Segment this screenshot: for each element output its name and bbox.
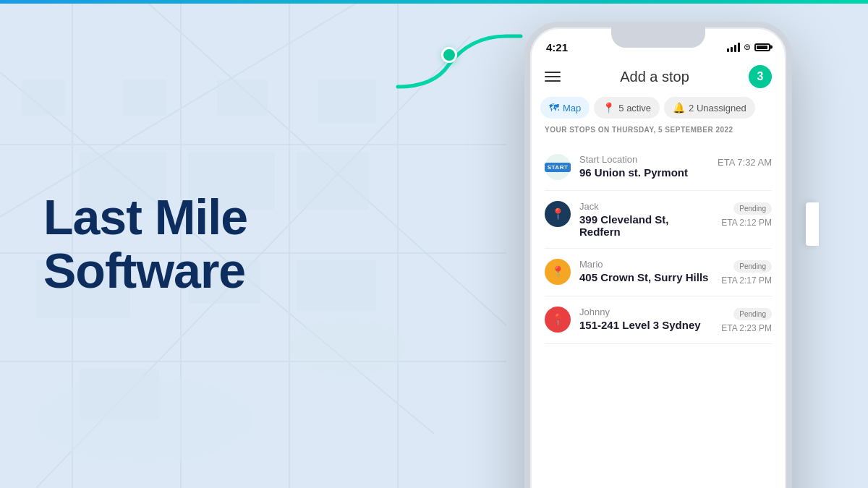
stop-item-mario[interactable]: 📍 Mario 405 Crown St, Surry Hills Pendin… xyxy=(545,249,772,296)
tab-unassigned[interactable]: 🔔 2 Unassigned xyxy=(664,97,755,119)
stop-info-start: Start Location 96 Union st. Pyrmont xyxy=(579,154,709,179)
hero-line2: Software xyxy=(43,244,245,299)
tab-bar: 🗺 Map 📍 5 active 🔔 2 Unassigned xyxy=(530,97,786,119)
stop-item-start[interactable]: START Start Location 96 Union st. Pyrmon… xyxy=(545,144,772,191)
tab-map[interactable]: 🗺 Map xyxy=(540,97,590,119)
app-header: Add a stop 3 xyxy=(530,59,786,97)
svg-point-23 xyxy=(289,318,405,376)
signal-icon xyxy=(727,43,740,52)
stop-info-johnny: Johnny 151-241 Level 3 Sydney xyxy=(579,307,712,331)
stop-right-johnny: Pending ETA 2:23 PM xyxy=(721,307,772,333)
start-badge: START xyxy=(545,163,571,172)
stop-address-johnny: 151-241 Level 3 Sydney xyxy=(579,319,712,331)
svg-rect-19 xyxy=(123,80,166,116)
stop-item-johnny[interactable]: 📍 Johnny 151-241 Level 3 Sydney Pending … xyxy=(545,296,772,344)
stop-right-start: ETA 7:32 AM xyxy=(718,154,772,168)
stop-address-jack: 399 Cleveland St, Redfern xyxy=(579,213,712,238)
svg-rect-18 xyxy=(22,80,65,116)
stop-address-mario: 405 Crown St, Surry Hills xyxy=(579,271,712,283)
hamburger-line xyxy=(545,80,561,82)
phone-wrapper: 4:21 ⊜ Add a stop xyxy=(506,14,810,488)
stop-icon-mario: 📍 xyxy=(545,259,571,285)
stops-date-header: YOUR STOPS ON THURSDAY, 5 SEPTEMBER 2022 xyxy=(545,126,772,134)
svg-rect-17 xyxy=(297,260,376,311)
tab-map-label: Map xyxy=(563,103,581,114)
map-tab-icon: 🗺 xyxy=(549,102,559,114)
location-pin-icon: 📍 xyxy=(551,207,565,221)
tab-unassigned-label: 2 Unassigned xyxy=(689,103,746,114)
stop-eta-johnny: ETA 2:23 PM xyxy=(721,323,772,333)
hero-title: Last Mile Software xyxy=(43,190,247,299)
stop-name-start: Start Location xyxy=(579,154,709,165)
add-stop-label: Add a stop xyxy=(620,69,689,85)
svg-rect-20 xyxy=(217,80,268,116)
stop-status-mario: Pending xyxy=(733,260,772,273)
tab-active[interactable]: 📍 5 active xyxy=(594,97,660,119)
stop-right-jack: Pending ETA 2:12 PM xyxy=(721,201,772,228)
wifi-icon: ⊜ xyxy=(744,42,751,52)
hamburger-line xyxy=(545,76,561,77)
tab-active-label: 5 active xyxy=(618,103,651,114)
hamburger-menu-icon[interactable] xyxy=(545,72,561,82)
active-tab-icon: 📍 xyxy=(603,102,615,114)
stop-info-jack: Jack 399 Cleveland St, Redfern xyxy=(579,201,712,238)
stop-name-johnny: Johnny xyxy=(579,307,712,317)
hamburger-line xyxy=(545,72,561,73)
status-time: 4:21 xyxy=(546,41,568,53)
stops-section: YOUR STOPS ON THURSDAY, 5 SEPTEMBER 2022… xyxy=(530,126,786,344)
stop-name-mario: Mario xyxy=(579,259,712,270)
stop-info-mario: Mario 405 Crown St, Surry Hills xyxy=(579,259,712,283)
stop-status-jack: Pending xyxy=(733,202,772,215)
stop-eta-start: ETA 7:32 AM xyxy=(718,157,772,168)
stop-icon-johnny: 📍 xyxy=(545,307,571,333)
stop-status-johnny: Pending xyxy=(733,308,772,320)
status-icons: ⊜ xyxy=(727,42,770,52)
svg-point-22 xyxy=(36,376,253,463)
top-accent-bar xyxy=(0,0,868,4)
stop-eta-jack: ETA 2:12 PM xyxy=(721,218,772,228)
map-location-dot xyxy=(441,47,457,63)
svg-rect-16 xyxy=(297,152,369,210)
stop-eta-mario: ETA 2:17 PM xyxy=(721,275,772,286)
phone-frame: 4:21 ⊜ Add a stop xyxy=(524,22,792,488)
phone-notch xyxy=(611,27,705,48)
battery-icon xyxy=(754,43,770,51)
location-pin-icon: 📍 xyxy=(551,265,565,278)
stop-address-start: 96 Union st. Pyrmont xyxy=(579,166,709,179)
stop-name-jack: Jack xyxy=(579,201,712,212)
unassigned-tab-icon: 🔔 xyxy=(673,102,685,114)
svg-rect-21 xyxy=(318,80,376,123)
stop-item-jack[interactable]: 📍 Jack 399 Cleveland St, Redfern Pending… xyxy=(545,191,772,249)
stop-icon-start: START xyxy=(545,154,571,180)
right-peek-element xyxy=(806,202,819,246)
location-pin-icon: 📍 xyxy=(551,313,565,326)
hero-section: Last Mile Software xyxy=(43,190,247,299)
notification-badge[interactable]: 3 xyxy=(749,65,772,88)
stop-right-mario: Pending ETA 2:17 PM xyxy=(721,259,772,286)
hero-line1: Last Mile xyxy=(43,189,247,244)
stop-icon-jack: 📍 xyxy=(545,201,571,227)
